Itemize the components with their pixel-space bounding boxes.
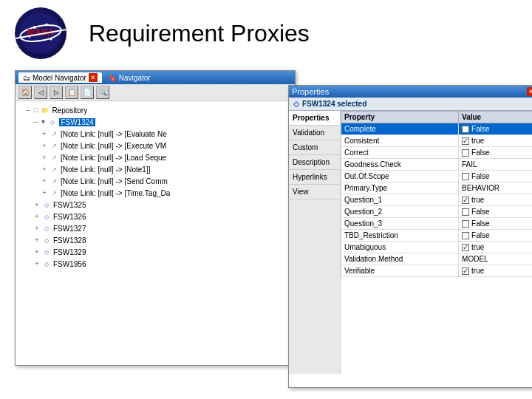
model-nav-toolbar: 🏠 ◁ ▷ 📋 📄 🔍 [16, 84, 295, 101]
note-icon-1: ↗ [49, 129, 59, 139]
prop-name-5: Primary.Type [341, 183, 459, 194]
folder-icon: 📁 [40, 105, 50, 115]
props-nav-properties[interactable]: Properties [289, 111, 340, 126]
checkbox-false-icon-9[interactable] [462, 232, 469, 239]
props-titlebar: Properties ✕ [289, 86, 532, 98]
prop-name-8: Question_3 [341, 218, 459, 230]
props-row-12[interactable]: Verifiabletrue [341, 265, 533, 277]
props-row-3[interactable]: Goodness.CheckFAIL [341, 159, 533, 171]
tree-item-fsw1328[interactable]: + ◇ FSW1328 [18, 234, 292, 246]
model-navigator-window: 🗂 Model Navigator ✕ 🔖 Navigator 🏠 ◁ ▷ 📋 … [15, 70, 296, 366]
prop-value-0: False [459, 123, 532, 135]
props-row-1[interactable]: Consistenttrue [341, 135, 533, 147]
svg-point-3 [33, 26, 36, 29]
prop-name-6: Question_1 [341, 194, 459, 206]
tree-item-fsw1326[interactable]: + ◇ FSW1326 [18, 211, 292, 222]
props-row-8[interactable]: Question_3False [341, 218, 533, 230]
props-row-0[interactable]: CompleteFalse [341, 123, 533, 135]
props-row-10[interactable]: Umabiguoustrue [341, 242, 533, 253]
req-icon-fsw1328: ◇ [41, 235, 52, 245]
tree-note-3[interactable]: + ↗ [Note Link: [null] -> [Load Seque [18, 151, 292, 163]
prop-value-10: true [459, 242, 532, 253]
checkbox-false-icon-2[interactable] [462, 149, 469, 157]
checkbox-true-icon-12[interactable] [462, 267, 469, 275]
navigator-icon: 🔖 [108, 74, 117, 82]
props-nav-view[interactable]: View [289, 185, 340, 200]
checkbox-true-icon-1[interactable] [462, 137, 469, 145]
prop-value-11: MODEL [459, 253, 532, 265]
tab-navigator[interactable]: 🔖 Navigator [103, 73, 155, 83]
props-header: ◇ FSW1324 selected [289, 98, 532, 111]
toolbar-btn4[interactable]: 📋 [65, 86, 78, 99]
props-row-2[interactable]: CorrectFalse [341, 147, 533, 159]
prop-value-1: true [459, 135, 532, 147]
props-nav: Properties Validation Custom Description… [289, 111, 341, 374]
props-nav-description[interactable]: Description [289, 155, 340, 170]
prop-name-3: Goodness.Check [341, 159, 459, 171]
nasa-logo-svg: NASA [18, 11, 63, 55]
props-nav-validation[interactable]: Validation [289, 126, 340, 140]
prop-value-9: False [459, 230, 532, 242]
checkbox-true-icon-10[interactable] [462, 244, 469, 251]
props-selected-label: FSW1324 selected [302, 100, 366, 108]
props-row-7[interactable]: Question_2False [341, 206, 533, 218]
prop-name-12: Verifiable [341, 265, 459, 277]
prop-value-4: False [459, 171, 532, 183]
model-nav-titlebar: 🗂 Model Navigator ✕ 🔖 Navigator [16, 71, 295, 84]
checkbox-false-icon-4[interactable] [462, 173, 469, 180]
prop-name-10: Umabiguous [341, 242, 459, 253]
props-nav-custom[interactable]: Custom [289, 140, 340, 155]
model-nav-content: ─ □ 📁 Repository ─ ▼ ◇ FSW1324 + ↗ [Note… [16, 101, 295, 360]
prop-name-0: Complete [341, 123, 459, 135]
close-properties[interactable]: ✕ [527, 87, 532, 96]
tree-note-6[interactable]: + ↗ [Note Link: [null] -> [Time.Tag_Da [18, 187, 292, 199]
props-nav-hyperlinks[interactable]: Hyperlinks [289, 170, 340, 185]
prop-value-12: true [459, 265, 532, 277]
tree-note-5[interactable]: + ↗ [Note Link: [null] -> [Send Comm [18, 175, 292, 187]
props-row-9[interactable]: TBD_RestrictionFalse [341, 230, 533, 242]
tree-item-fsw1327[interactable]: + ◇ FSW1327 [18, 222, 292, 234]
svg-point-0 [20, 13, 61, 54]
note-icon-5: ↗ [49, 176, 59, 186]
checkbox-false-icon-8[interactable] [462, 220, 469, 228]
tree-item-fsw1329[interactable]: + ◇ FSW1329 [18, 246, 292, 258]
prop-value-7: False [459, 206, 532, 218]
props-sidebar: Properties Validation Custom Description… [289, 111, 532, 374]
req-icon-fsw1324: ◇ [47, 117, 58, 127]
page-title: Requirement Proxies [89, 20, 310, 47]
tree-note-4[interactable]: + ↗ [Note Link: [null] -> [Note1]] [18, 163, 292, 175]
note-icon-4: ↗ [49, 164, 59, 174]
toolbar-forward-btn[interactable]: ▷ [50, 86, 63, 99]
tree-item-repository[interactable]: ─ □ 📁 Repository [18, 104, 292, 116]
svg-point-6 [50, 38, 52, 41]
checkbox-true-icon-6[interactable] [462, 197, 469, 204]
props-row-5[interactable]: Primary.TypeBEHAVIOR [341, 183, 533, 194]
properties-window: Properties ✕ ◇ FSW1324 selected Properti… [288, 85, 532, 388]
toolbar-home-btn[interactable]: 🏠 [18, 86, 32, 99]
close-model-nav[interactable]: ✕ [89, 73, 98, 82]
props-row-6[interactable]: Question_1true [341, 194, 533, 206]
tree-item-fsw1956[interactable]: + ◇ FSW1956 [18, 258, 292, 270]
toolbar-btn6[interactable]: 🔍 [96, 86, 109, 99]
checkbox-false-icon-7[interactable] [462, 208, 469, 216]
tree-note-1[interactable]: + ↗ [Note Link: [null] -> [Evaluate Ne [18, 128, 292, 140]
toolbar-back-btn[interactable]: ◁ [34, 86, 47, 99]
toolbar-btn5[interactable]: 📄 [81, 86, 94, 99]
tree-note-2[interactable]: + ↗ [Note Link: [null] -> [Execute VM [18, 140, 292, 151]
header: NASA Requirement Proxies [0, 0, 532, 66]
prop-value-3: FAIL [459, 159, 532, 171]
checkbox-false-icon-0[interactable] [462, 126, 469, 133]
props-row-4[interactable]: Out.Of.ScopeFalse [341, 171, 533, 183]
props-table-header-row: Property Value [341, 112, 533, 123]
prop-value-8: False [459, 218, 532, 230]
req-icon-fsw1325: ◇ [41, 200, 52, 210]
svg-text:NASA: NASA [27, 27, 55, 38]
tab-model-navigator[interactable]: 🗂 Model Navigator ✕ [18, 72, 102, 83]
req-icon-fsw1956: ◇ [41, 259, 52, 269]
prop-name-9: TBD_Restriction [341, 230, 459, 242]
prop-value-5: BEHAVIOR [459, 183, 532, 194]
req-icon-fsw1326: ◇ [41, 211, 52, 222]
props-row-11[interactable]: Validation.MethodMODEL [341, 253, 533, 265]
tree-item-fsw1325[interactable]: + ◇ FSW1325 [18, 199, 292, 211]
tree-item-fsw1324[interactable]: ─ ▼ ◇ FSW1324 [18, 116, 292, 128]
